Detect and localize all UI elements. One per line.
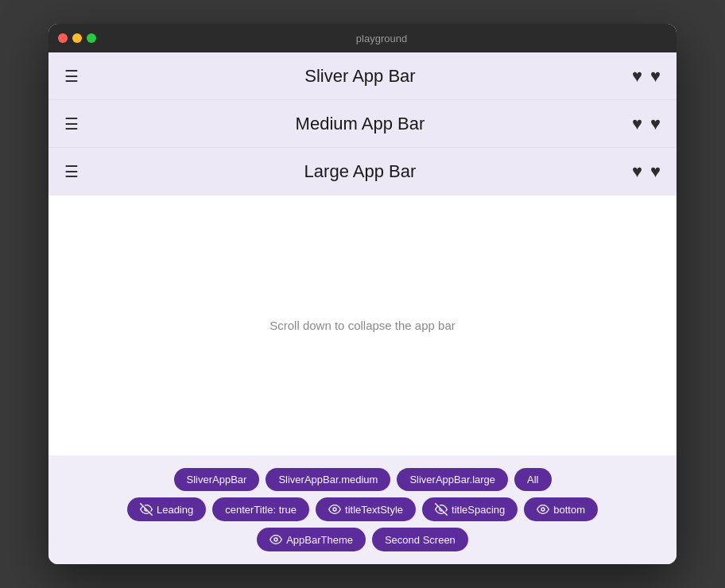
leading-btn[interactable]: Leading (127, 497, 206, 521)
scroll-hint-text: Scroll down to collapse the app bar (269, 319, 455, 332)
svg-point-0 (333, 508, 336, 511)
title-text-style-btn[interactable]: titleTextStyle (316, 497, 416, 521)
app-bars-section: ☰ Sliver App Bar ♥ ♥ ☰ Medium App Bar ♥ … (48, 52, 677, 195)
heart-icon-5[interactable]: ♥ (632, 161, 642, 182)
controls-section: SliverAppBar SliverAppBar.medium SliverA… (48, 455, 677, 564)
menu-icon-large[interactable]: ☰ (64, 164, 88, 180)
eye-icon-2 (537, 503, 549, 516)
menu-icon-medium[interactable]: ☰ (64, 116, 88, 132)
app-window: playground ☰ Sliver App Bar ♥ ♥ ☰ Medium… (48, 24, 677, 564)
maximize-button[interactable] (87, 33, 96, 43)
eye-icon-3 (269, 533, 282, 546)
bottom-btn[interactable]: bottom (524, 497, 598, 521)
title-spacing-btn[interactable]: titleSpacing (422, 497, 518, 521)
traffic-lights (58, 33, 96, 43)
minimize-button[interactable] (72, 33, 82, 43)
app-content: ☰ Sliver App Bar ♥ ♥ ☰ Medium App Bar ♥ … (48, 52, 677, 564)
eye-icon (328, 503, 341, 516)
medium-actions: ♥ ♥ (632, 114, 661, 134)
window-title: playground (96, 33, 667, 44)
controls-row-1: SliverAppBar SliverAppBar.medium SliverA… (64, 468, 661, 491)
heart-icon-2[interactable]: ♥ (650, 66, 661, 87)
large-actions: ♥ ♥ (632, 161, 661, 182)
heart-icon-4[interactable]: ♥ (650, 114, 661, 134)
second-screen-btn[interactable]: Second Screen (372, 528, 468, 551)
controls-row-2: Leading centerTitle: true titleTextStyle (64, 497, 661, 521)
svg-point-2 (274, 538, 277, 541)
menu-icon-sliver[interactable]: ☰ (64, 68, 88, 84)
heart-icon-6[interactable]: ♥ (650, 161, 661, 182)
sliver-app-bar-title: Sliver App Bar (88, 66, 632, 87)
heart-icon-1[interactable]: ♥ (632, 66, 642, 87)
heart-icon-3[interactable]: ♥ (632, 114, 642, 134)
title-bar: playground (48, 24, 677, 52)
all-btn[interactable]: All (514, 468, 551, 491)
svg-point-1 (541, 508, 545, 511)
large-app-bar-title: Large App Bar (88, 161, 632, 182)
sliver-app-bar-row: ☰ Sliver App Bar ♥ ♥ (48, 52, 677, 100)
center-title-btn[interactable]: centerTitle: true (212, 497, 309, 521)
sliver-actions: ♥ ♥ (632, 66, 661, 87)
eye-slash-icon-2 (435, 503, 448, 516)
sliver-app-bar-medium-btn[interactable]: SliverAppBar.medium (266, 468, 390, 491)
close-button[interactable] (58, 33, 68, 43)
medium-app-bar-row: ☰ Medium App Bar ♥ ♥ (48, 100, 677, 148)
controls-row-3: AppBarTheme Second Screen (64, 528, 661, 551)
app-bar-theme-btn[interactable]: AppBarTheme (257, 528, 366, 551)
sliver-app-bar-large-btn[interactable]: SliverAppBar.large (397, 468, 508, 491)
scroll-area: Scroll down to collapse the app bar (48, 195, 677, 455)
medium-app-bar-title: Medium App Bar (88, 114, 632, 134)
large-app-bar-row: ☰ Large App Bar ♥ ♥ (48, 148, 677, 195)
sliver-app-bar-btn[interactable]: SliverAppBar (174, 468, 260, 491)
eye-slash-icon (140, 503, 153, 516)
